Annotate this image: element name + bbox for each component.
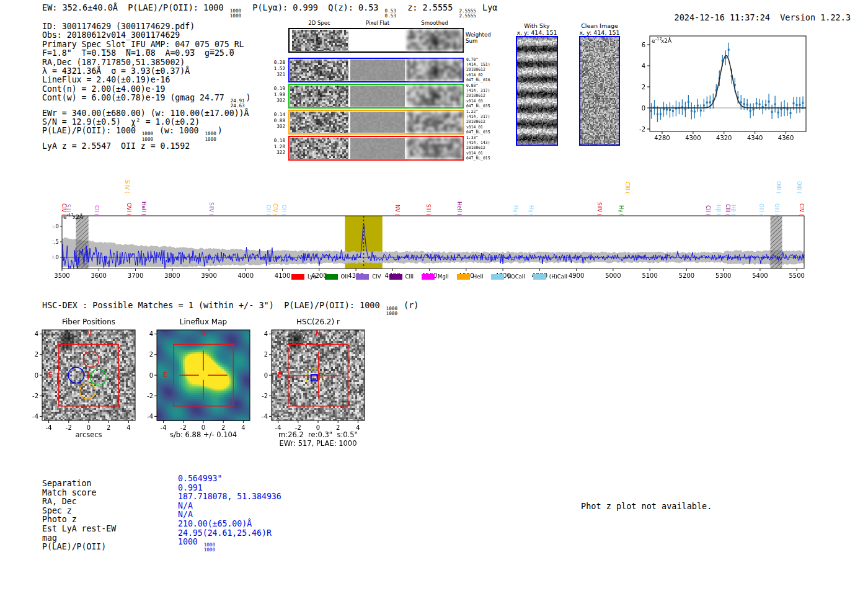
emission-line-marker: CII ( xyxy=(94,205,100,216)
spectrum-legend: LyαOIICIVCIIIMgIIHeII(K)CaII(H)CaII xyxy=(291,273,567,280)
strip-2dspec xyxy=(290,86,348,107)
hsc-caption-1: m:26.2 re:0.3" s:0.5" xyxy=(259,430,377,439)
strip-smoothed xyxy=(407,60,463,81)
match-table-label: Match score xyxy=(42,489,116,498)
emission-line-marker: CII ( xyxy=(705,205,711,216)
emission-line-marker: SiII ( xyxy=(65,204,71,216)
lineflux-caption: s/b: 6.88 +/- 0.104 xyxy=(144,430,262,439)
match-table-value: 210.00(±65.00)Å xyxy=(178,520,281,529)
strip-2dspec xyxy=(290,60,348,81)
elixer-report-page: EW: 352.6±40.0Å P(LAE)/P(OII): 1000 1000… xyxy=(0,0,868,591)
emission-line-marker: SiIV ( xyxy=(596,202,603,216)
emission-line-marker: HeII ( xyxy=(141,202,147,216)
emission-line-marker: CIV ( xyxy=(799,203,805,216)
match-table-values: 0.564993"0.991187.718078, 51.384936N/AN/… xyxy=(178,474,281,553)
match-table-value: 1000 10001000 xyxy=(178,538,281,553)
strip-left-values: 0.10 1.20 322 xyxy=(259,138,285,158)
stacked-fraction: 10001000 xyxy=(204,543,215,553)
emission-line-marker: CIV ( xyxy=(272,203,278,216)
strip-2dspec xyxy=(290,112,348,133)
match-table-label: Photo z xyxy=(42,515,116,525)
strip-right-annotation: 0.80" (414, 317) 20180612 v014_03 047_RL… xyxy=(466,83,503,110)
fiber-positions-title: Fiber Positions xyxy=(36,318,141,326)
emission-line-marker: HeII ( xyxy=(456,202,463,216)
legend-item: CIV xyxy=(356,273,381,280)
withsky-image xyxy=(517,37,557,144)
match-table-label: RA, Dec xyxy=(42,497,116,507)
legend-swatch xyxy=(533,274,546,280)
fiber-xlabel: arcsecs xyxy=(36,430,141,439)
legend-item: HeII xyxy=(457,273,484,280)
strip-left-values: 0.14 0.88 302 xyxy=(259,112,285,131)
emission-line-marker: CIII ( xyxy=(624,182,631,193)
strip-pixelflat xyxy=(350,60,405,81)
legend-swatch xyxy=(422,274,435,280)
emission-line-marker: SiIV ( xyxy=(208,202,215,216)
emission-line-marker: Hγ ( xyxy=(528,205,534,216)
legend-item: (H)CaII xyxy=(533,273,567,280)
legend-item: MgII xyxy=(422,273,449,280)
photz-notice: Phot z plot not available. xyxy=(581,501,712,511)
strip-smoothed xyxy=(407,86,463,107)
emission-line-marker: Hγ ( xyxy=(618,205,624,216)
strip-left-values: 0.19 1.98 302 xyxy=(259,86,285,105)
figures-layer: 0.28 1.52 3210.70" (414, 151) 20180612 v… xyxy=(0,0,868,591)
fiber-positions-cutout xyxy=(14,324,138,448)
linefit-plot xyxy=(634,29,813,148)
match-table-value: N/A xyxy=(178,510,281,520)
legend-swatch xyxy=(457,274,470,280)
strip-pixelflat xyxy=(350,138,405,159)
hsc-cutout-title: HSC(26.2) r xyxy=(265,318,371,326)
legend-swatch xyxy=(389,274,402,280)
match-table-label: mag xyxy=(42,534,116,543)
emission-line-marker: Hβ ( xyxy=(715,205,722,216)
emission-line-marker: OII ( xyxy=(281,205,287,216)
legend-swatch xyxy=(356,274,369,280)
emission-line-marker: OIII ( xyxy=(776,181,782,193)
legend-item: Lyα xyxy=(291,273,317,280)
legend-swatch xyxy=(291,274,304,280)
match-table-value: 0.564993" xyxy=(178,474,281,484)
match-table-label: Separation xyxy=(42,479,116,489)
strip-smoothed xyxy=(407,138,463,159)
hsc-r-cutout xyxy=(244,324,368,448)
hsc-caption-2: EWr: 517, PLAE: 1000 xyxy=(259,439,377,448)
strip-smoothed xyxy=(407,112,463,133)
match-table-value: 187.718078, 51.384936 xyxy=(178,492,281,502)
strip-right-annotation: 0.70" (414, 151) 20180612 v014_02 047_RL… xyxy=(466,57,503,84)
strip-smoothed xyxy=(407,30,463,51)
line-marker-band: CIV (SiII (CII (SiIV (OVI (HeII (SiIV (O… xyxy=(0,167,868,216)
emission-line-marker: OIII ( xyxy=(796,181,802,193)
match-table-value: 24.95(24.61,25.46)R xyxy=(178,529,281,538)
emission-line-marker: Hγ ( xyxy=(513,205,519,216)
strip-left-values: 0.28 1.52 321 xyxy=(259,60,285,79)
match-table-value: 0.991 xyxy=(178,484,281,493)
emission-line-marker: OIII ( xyxy=(774,203,780,216)
strip-right-annotation: 1.22" (414, 317) 20180612 v014_01 047_RL… xyxy=(466,109,503,136)
legend-item: CIII xyxy=(389,273,414,280)
strip-right-annotation: 1.33" (414, 143) 20180612 v014_01 047_RL… xyxy=(466,135,503,162)
lineflux-map-cutout xyxy=(129,324,253,448)
emission-line-marker: NV ( xyxy=(394,205,401,216)
match-table-labels: SeparationMatch scoreRA, DecSpec zPhoto … xyxy=(42,479,116,552)
strip-pixelflat xyxy=(350,86,405,107)
hsc-dex-summary: HSC-DEX : Possible Matches = 1 (within +… xyxy=(42,300,419,316)
emission-line-marker: SiII ( xyxy=(425,204,432,216)
emission-line-marker: SiIV ( xyxy=(124,180,130,193)
strip-pixelflat xyxy=(350,30,405,51)
strip-pixelflat xyxy=(350,112,405,133)
emission-line-marker: OIII ( xyxy=(758,203,764,216)
legend-swatch xyxy=(325,274,338,280)
match-table-value: N/A xyxy=(178,502,281,511)
lineflux-map-title: Lineflux Map xyxy=(151,318,256,326)
legend-item: OII xyxy=(325,273,348,280)
emission-line-marker: Hβ ( xyxy=(730,205,737,216)
legend-item: (K)CaII xyxy=(491,273,525,280)
strip-2dspec xyxy=(290,30,348,51)
match-table-label: Est LyA rest-EW xyxy=(42,525,116,534)
stacked-fraction: 10001000 xyxy=(386,306,397,316)
cleanimage-image xyxy=(580,37,619,144)
legend-swatch xyxy=(491,274,504,280)
match-table-label: P(LAE)/P(OII) xyxy=(42,543,116,552)
emission-line-marker: OVI ( xyxy=(126,203,132,216)
